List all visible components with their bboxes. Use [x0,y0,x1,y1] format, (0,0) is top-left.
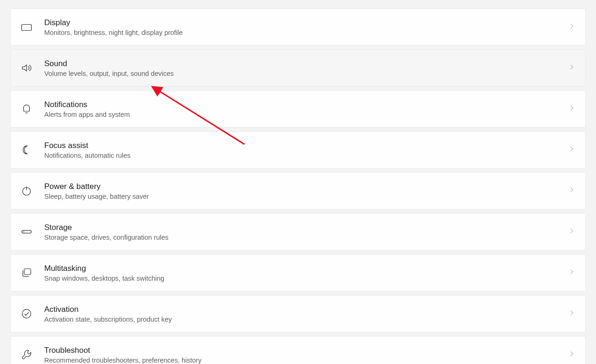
display-icon [21,21,32,33]
settings-item-sound[interactable]: Sound Volume levels, output, input, soun… [10,49,586,87]
item-desc: Volume levels, output, input, sound devi… [44,70,569,77]
moon-icon [21,144,32,155]
svg-point-4 [23,231,24,232]
settings-item-display[interactable]: Display Monitors, brightness, night ligh… [10,8,586,46]
chevron-right-icon [569,310,575,318]
item-desc: Notifications, automatic rules [44,152,569,159]
settings-item-activation[interactable]: Activation Activation state, subscriptio… [10,295,586,332]
item-desc: Storage space, drives, configuration rul… [44,234,569,241]
item-desc: Sleep, battery usage, battery saver [44,193,569,200]
item-desc: Activation state, subscriptions, product… [44,316,569,323]
settings-item-focus-assist[interactable]: Focus assist Notifications, automatic ru… [10,131,586,169]
chevron-right-icon [569,105,575,113]
item-text: Focus assist Notifications, automatic ru… [44,141,569,159]
item-title: Focus assist [44,141,569,150]
item-text: Multitasking Snap windows, desktops, tas… [44,264,569,282]
sound-icon [21,62,32,74]
chevron-right-icon [569,187,575,195]
item-title: Storage [44,223,569,232]
item-text: Notifications Alerts from apps and syste… [44,100,569,118]
item-desc: Recommended troubleshooters, preferences… [44,357,569,364]
item-text: Power & battery Sleep, battery usage, ba… [44,182,569,200]
check-circle-icon [21,308,32,319]
item-title: Power & battery [44,182,569,191]
settings-list: Display Monitors, brightness, night ligh… [0,0,596,364]
item-desc: Snap windows, desktops, task switching [44,275,569,282]
drive-icon [21,226,32,237]
settings-item-troubleshoot[interactable]: Troubleshoot Recommended troubleshooters… [10,336,586,364]
multitask-icon [21,267,32,278]
settings-item-multitasking[interactable]: Multitasking Snap windows, desktops, tas… [10,254,586,291]
item-title: Sound [44,59,569,68]
wrench-icon [21,349,32,360]
item-text: Sound Volume levels, output, input, soun… [44,59,569,77]
item-title: Troubleshoot [44,346,569,355]
chevron-right-icon [569,146,575,154]
item-title: Display [44,18,569,27]
item-desc: Monitors, brightness, night light, displ… [44,29,569,36]
item-title: Notifications [44,100,569,109]
chevron-right-icon [569,64,575,72]
power-icon [21,185,32,196]
settings-item-storage[interactable]: Storage Storage space, drives, configura… [10,213,586,250]
item-text: Activation Activation state, subscriptio… [44,305,569,323]
item-text: Troubleshoot Recommended troubleshooters… [44,346,569,364]
settings-item-notifications[interactable]: Notifications Alerts from apps and syste… [10,90,586,128]
chevron-right-icon [569,23,575,31]
item-title: Multitasking [44,264,569,273]
svg-rect-5 [24,269,31,275]
svg-point-6 [22,310,31,318]
chevron-right-icon [569,269,575,277]
item-title: Activation [44,305,569,314]
svg-rect-0 [22,25,32,31]
chevron-right-icon [569,351,575,359]
settings-item-power-battery[interactable]: Power & battery Sleep, battery usage, ba… [10,172,586,209]
svg-rect-3 [22,230,31,233]
item-text: Storage Storage space, drives, configura… [44,223,569,241]
item-desc: Alerts from apps and system [44,111,569,118]
chevron-right-icon [569,228,575,236]
bell-icon [21,103,32,115]
item-text: Display Monitors, brightness, night ligh… [44,18,569,36]
